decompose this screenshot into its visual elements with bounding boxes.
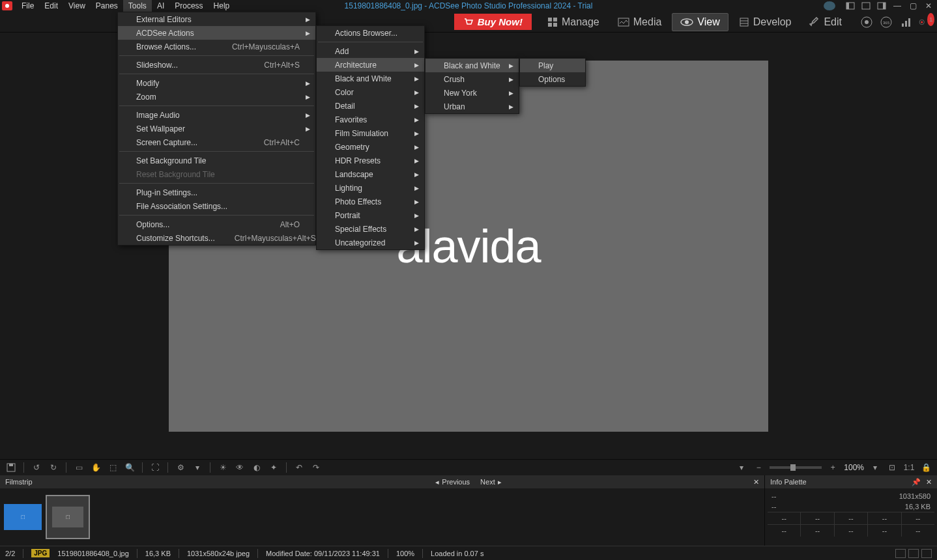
menu-item-new-york[interactable]: New York▶: [425, 86, 519, 100]
zoom-icon[interactable]: 🔍: [124, 462, 136, 473]
select-icon[interactable]: ⬚: [107, 462, 119, 473]
menu-edit[interactable]: Edit: [39, 0, 63, 12]
menu-item-film-simulation[interactable]: Film Simulation▶: [317, 126, 424, 140]
adjust-icon[interactable]: ◐: [251, 462, 263, 473]
menu-item-play[interactable]: Play: [520, 59, 585, 72]
statusbar: 2/2 JPG 1519801886408_0.jpg 16,3 KB 1031…: [0, 546, 937, 560]
menu-item-black-and-white[interactable]: Black and White▶: [317, 72, 424, 85]
menu-view[interactable]: View: [63, 0, 91, 12]
mode-view[interactable]: View: [672, 13, 728, 31]
menu-item-urban[interactable]: Urban▶: [425, 100, 519, 113]
chevron-down-icon[interactable]: ▾: [736, 462, 747, 473]
menu-item-lighting[interactable]: Lighting▶: [317, 181, 424, 195]
stats-icon[interactable]: [899, 16, 912, 29]
mode-develop[interactable]: Develop: [731, 14, 800, 31]
crop-icon[interactable]: ▭: [73, 462, 85, 473]
close-icon[interactable]: ✕: [753, 478, 759, 486]
gear-icon[interactable]: ⚙: [175, 462, 186, 473]
actual-size-icon[interactable]: 1:1: [903, 462, 915, 473]
layout-icon-2[interactable]: [860, 1, 872, 10]
menu-item-modify[interactable]: Modify▶: [118, 76, 315, 90]
lock-icon[interactable]: 🔒: [920, 462, 932, 473]
fullscreen-icon[interactable]: ⛶: [149, 462, 161, 473]
menu-item-slideshow[interactable]: Slideshow...Ctrl+Alt+S: [118, 58, 315, 72]
plus-icon[interactable]: +: [827, 462, 839, 473]
light-icon[interactable]: ☀: [217, 462, 229, 473]
menu-item-architecture[interactable]: Architecture▶: [317, 58, 424, 72]
365-icon[interactable]: 365: [880, 16, 893, 29]
menu-tools[interactable]: Tools: [123, 0, 152, 12]
thumbnail-current[interactable]: ⬚: [46, 495, 90, 539]
status-box-icon[interactable]: [908, 549, 919, 558]
filmstrip-title: Filmstrip: [5, 478, 33, 486]
effect-icon[interactable]: ✦: [268, 462, 280, 473]
user-icon[interactable]: [824, 1, 835, 10]
menu-item-external-editors[interactable]: External Editors▶: [118, 12, 315, 26]
close-button[interactable]: ✕: [923, 1, 934, 10]
menu-panes[interactable]: Panes: [91, 0, 123, 12]
minimize-button[interactable]: —: [891, 1, 903, 10]
menu-item-file-association-settings[interactable]: File Association Settings...: [118, 199, 315, 213]
menu-item-black-and-white[interactable]: Black and White▶: [425, 59, 519, 72]
notification-icon[interactable]: 1: [919, 16, 932, 29]
chevron-down-icon[interactable]: ▾: [869, 462, 881, 473]
save-icon[interactable]: [5, 462, 17, 473]
mode-label: View: [697, 16, 719, 28]
dashboard-icon[interactable]: [860, 16, 873, 29]
next-button[interactable]: Next ▸: [480, 478, 502, 486]
menu-process[interactable]: Process: [169, 0, 208, 12]
menu-item-portrait[interactable]: Portrait▶: [317, 208, 424, 222]
mode-media[interactable]: Media: [610, 14, 670, 31]
menu-item-image-audio[interactable]: Image Audio▶: [118, 108, 315, 122]
submenu-arrow-icon: ▶: [509, 104, 513, 110]
menu-file[interactable]: File: [16, 0, 39, 12]
menu-item-hdr-presets[interactable]: HDR Presets▶: [317, 154, 424, 167]
thumbnail[interactable]: ⬚: [4, 504, 42, 530]
menu-item-special-effects[interactable]: Special Effects▶: [317, 222, 424, 236]
previous-button[interactable]: ◂ Previous: [435, 478, 470, 486]
status-box-icon[interactable]: [895, 549, 906, 558]
menu-item-acdsee-actions[interactable]: ACDSee Actions▶: [118, 26, 315, 40]
maximize-button[interactable]: ▢: [907, 1, 919, 10]
mode-manage[interactable]: Manage: [540, 14, 607, 31]
rotate-cw-icon[interactable]: ↻: [48, 462, 59, 473]
menu-item-landscape[interactable]: Landscape▶: [317, 167, 424, 181]
menu-item-color[interactable]: Color▶: [317, 85, 424, 99]
menu-item-actions-browser[interactable]: Actions Browser...: [317, 26, 424, 40]
menu-item-geometry[interactable]: Geometry▶: [317, 140, 424, 154]
menu-item-uncategorized[interactable]: Uncategorized▶: [317, 236, 424, 249]
menu-item-plug-in-settings[interactable]: Plug-in Settings...: [118, 186, 315, 199]
menu-item-browse-actions[interactable]: Browse Actions...Ctrl+Mayusculas+A: [118, 40, 315, 53]
minus-icon[interactable]: −: [753, 462, 764, 473]
menu-ai[interactable]: AI: [152, 0, 169, 12]
menu-item-set-background-tile[interactable]: Set Background Tile: [118, 154, 315, 167]
menu-item-favorites[interactable]: Favorites▶: [317, 113, 424, 126]
menu-item-zoom[interactable]: Zoom▶: [118, 90, 315, 104]
status-box-icon[interactable]: [921, 549, 932, 558]
redo-icon[interactable]: ↷: [310, 462, 322, 473]
dimensions: 1031x580x24b jpeg: [187, 550, 250, 557]
close-icon[interactable]: ✕: [926, 478, 932, 486]
layout-icon-3[interactable]: [876, 1, 887, 10]
menu-item-crush[interactable]: Crush▶: [425, 72, 519, 86]
layout-icon-1[interactable]: [844, 1, 856, 10]
fit-icon[interactable]: ⊡: [886, 462, 898, 473]
zoom-slider[interactable]: [770, 466, 822, 469]
pin-icon[interactable]: 📌: [912, 478, 921, 486]
menu-item-detail[interactable]: Detail▶: [317, 99, 424, 113]
menu-item-options[interactable]: Options...Alt+O: [118, 217, 315, 231]
undo-icon[interactable]: ↶: [293, 462, 305, 473]
mode-edit[interactable]: Edit: [801, 14, 850, 31]
menu-item-set-wallpaper[interactable]: Set Wallpaper▶: [118, 122, 315, 135]
menu-item-screen-capture[interactable]: Screen Capture...Ctrl+Alt+C: [118, 135, 315, 149]
buy-now-button[interactable]: Buy Now!: [454, 14, 532, 30]
chevron-down-icon[interactable]: ▾: [192, 462, 203, 473]
menu-item-options[interactable]: Options: [520, 72, 585, 86]
menu-item-customize-shortcuts[interactable]: Customize Shortcuts...Ctrl+Mayusculas+Al…: [118, 231, 315, 245]
hand-icon[interactable]: ✋: [90, 462, 102, 473]
menu-help[interactable]: Help: [209, 0, 235, 12]
menu-item-add[interactable]: Add▶: [317, 44, 424, 58]
rotate-ccw-icon[interactable]: ↺: [31, 462, 42, 473]
redeye-icon[interactable]: 👁: [234, 462, 246, 473]
menu-item-photo-effects[interactable]: Photo Effects▶: [317, 195, 424, 208]
